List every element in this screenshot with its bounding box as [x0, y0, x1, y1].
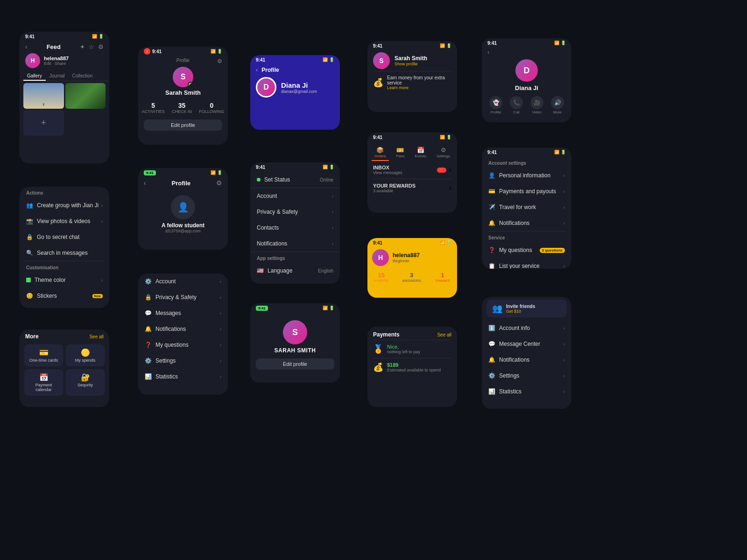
- menu-text-size[interactable]: Tt Text size: [20, 304, 109, 308]
- gear-icon[interactable]: ⚙: [98, 43, 104, 50]
- tab-journal[interactable]: Journal: [46, 72, 69, 81]
- menu-language[interactable]: 🇺🇸 Language English: [250, 263, 340, 279]
- menu-message-center[interactable]: 💬 Message Center ›: [482, 336, 571, 352]
- menu-messages[interactable]: 💬 Messages ›: [138, 305, 228, 321]
- star-icon[interactable]: ☆: [89, 43, 94, 50]
- stat-activities: 5 Activities: [142, 102, 165, 114]
- status-time: 9:41: [373, 43, 382, 49]
- menu-notifications[interactable]: 🔔 Notifications ›: [482, 352, 571, 368]
- photo-plant[interactable]: [65, 83, 106, 109]
- menu-contacts[interactable]: Contacts ›: [250, 220, 340, 236]
- menu-settings[interactable]: ⚙️ Settings ›: [482, 368, 571, 384]
- message-icon: 💬: [488, 341, 495, 347]
- menu-account[interactable]: ⚙️ Account ›: [138, 273, 228, 289]
- payment-icon-2: 💰: [373, 362, 383, 372]
- main-tabs: 📦 Orders 🎫 Pass 📅 Events ⚙ Settings: [367, 142, 457, 161]
- tab-settings[interactable]: ⚙ Settings: [434, 145, 453, 161]
- menu-settings[interactable]: ⚙️ Settings ›: [138, 353, 228, 369]
- status-time: 9:41: [487, 150, 497, 155]
- menu-secret-chat[interactable]: 🔒 Go to secret chat: [20, 229, 109, 245]
- bell-icon: 🔔: [488, 357, 495, 363]
- menu-list-service[interactable]: 📋 List your service ›: [482, 258, 571, 269]
- time-badge: 9:41: [256, 306, 268, 311]
- rewards-row[interactable]: YOUR REWARDS 3 available ›: [367, 179, 457, 197]
- magic-icon[interactable]: ✦: [80, 43, 85, 50]
- menu-notifications[interactable]: Notifications ›: [250, 236, 340, 252]
- menu-account[interactable]: Account ›: [250, 188, 340, 204]
- more-my-spends[interactable]: 🟡 My spends: [66, 344, 105, 366]
- card-invite-account: 👥 Invite friends Get $10 ℹ️ Account info…: [482, 297, 571, 409]
- action-mute[interactable]: 🔊 Mute: [551, 96, 564, 114]
- menu-statistics[interactable]: 📊 Statistics ›: [482, 384, 571, 399]
- back-button[interactable]: ‹: [25, 43, 28, 50]
- menu-privacy[interactable]: Privacy & Safety ›: [250, 204, 340, 220]
- back-button[interactable]: ‹: [144, 179, 146, 187]
- edit-share[interactable]: Edit · Share: [44, 61, 69, 66]
- card-sarah-smith-profile: 9:41 📶🔋 S Sarah Smith Show profile 💰 Ear…: [367, 41, 457, 112]
- tab-orders[interactable]: 📦 Orders: [372, 145, 388, 161]
- tab-events[interactable]: 📅 Events: [412, 145, 429, 161]
- add-photo[interactable]: +: [23, 110, 64, 136]
- status-time: 9:41: [152, 49, 162, 54]
- menu-my-questions[interactable]: ❓ My questions ›: [138, 337, 228, 353]
- menu-my-questions[interactable]: ❓ My questions 3 questions: [482, 242, 571, 258]
- photos-icon: 📸: [26, 218, 33, 224]
- menu-create-group[interactable]: 👥 Create group with Jian Ji ›: [20, 197, 109, 213]
- avatar: D: [256, 77, 276, 98]
- menu-notifications[interactable]: 🔔 Notifications ›: [138, 321, 228, 337]
- avatar: H: [25, 53, 40, 68]
- see-all-link[interactable]: See all: [89, 334, 104, 339]
- avatar: S: [373, 52, 390, 69]
- menu-statistics[interactable]: 📊 Statistics ›: [138, 369, 228, 385]
- card-account-settings: 9:41 📶🔋 Account settings 👤 Personal info…: [482, 147, 571, 269]
- menu-travel-work[interactable]: ✈️ Travel for work ›: [482, 199, 571, 215]
- set-status-item[interactable]: Set Status Online: [250, 172, 340, 188]
- settings-icon: ⚙️: [145, 357, 152, 364]
- earn-banner[interactable]: 💰 Earn money from your extra service Lea…: [367, 71, 457, 94]
- settings-icon[interactable]: ⚙: [217, 58, 222, 64]
- card-profile-diana: 9:41 📶🔋 ‹ Profile D Diana Ji dianax@gmai…: [250, 55, 340, 130]
- menu-payments[interactable]: 💳 Payments and payouts ›: [482, 183, 571, 199]
- more-security[interactable]: 🔐 Sequrity: [66, 369, 105, 396]
- menu-text-size[interactable]: Text size System: [250, 279, 340, 284]
- menu-notifications[interactable]: 🔔 Notifications ›: [482, 215, 571, 231]
- customisation-label: Customisation: [20, 261, 109, 272]
- notif-icon: 🔔: [145, 326, 152, 332]
- photo-sky[interactable]: ⬆: [23, 83, 64, 109]
- menu-search[interactable]: 🔍 Search in messages: [20, 245, 109, 261]
- learn-more-link[interactable]: Learn more: [387, 85, 451, 90]
- chevron-icon: ›: [449, 166, 451, 174]
- menu-stickers[interactable]: 😊 Stickers New: [20, 288, 109, 304]
- action-call[interactable]: 📞 Call: [510, 96, 523, 114]
- action-profile[interactable]: 👻 Profile: [489, 96, 502, 114]
- status-time: 9:41: [256, 57, 265, 63]
- avatar-placeholder: 👤: [171, 195, 195, 219]
- tab-collection[interactable]: Collection: [69, 72, 97, 81]
- more-payment-calendar[interactable]: 📅 Payment calendar: [24, 369, 63, 396]
- chevron-icon: ›: [564, 342, 565, 347]
- see-all-link[interactable]: See all: [437, 332, 451, 337]
- chevron-icon: ›: [564, 373, 565, 378]
- inbox-row[interactable]: INBOX View messages 🔴 ›: [367, 161, 457, 179]
- back-button[interactable]: ‹: [256, 66, 258, 73]
- edit-profile-button[interactable]: Edit profile: [144, 119, 222, 131]
- show-profile-link[interactable]: Show profile: [395, 62, 427, 66]
- menu-personal-info[interactable]: 👤 Personal information ›: [482, 168, 571, 183]
- settings-icon[interactable]: ⚙: [216, 179, 222, 187]
- more-grid: 💳 One-time cards 🟡 My spends 📅 Payment c…: [20, 342, 109, 399]
- tab-gallery[interactable]: Gallery: [23, 72, 46, 81]
- tab-pass[interactable]: 🎫 Pass: [394, 145, 408, 161]
- card-feed: 9:41 📶🔋 ‹ Feed ✦ ☆ ⚙ H helena887 Edit · …: [20, 32, 109, 163]
- card-more: More See all 💳 One-time cards 🟡 My spend…: [20, 329, 109, 407]
- back-button[interactable]: ‹: [487, 49, 489, 56]
- chevron-icon: ›: [564, 221, 565, 226]
- menu-theme[interactable]: Theme color ›: [20, 272, 109, 288]
- invite-icon: 👥: [492, 303, 502, 314]
- more-one-time-cards[interactable]: 💳 One-time cards: [24, 344, 63, 366]
- edit-profile-button[interactable]: Edit profile: [256, 358, 334, 370]
- menu-account-info[interactable]: ℹ️ Account info ›: [482, 320, 571, 336]
- menu-view-photos[interactable]: 📸 View photos & videos ›: [20, 213, 109, 229]
- action-video[interactable]: 🎥 Video: [530, 96, 543, 114]
- menu-privacy[interactable]: 🔒 Privacy & Safety ›: [138, 289, 228, 305]
- invite-friends-row[interactable]: 👥 Invite friends Get $10: [486, 300, 567, 317]
